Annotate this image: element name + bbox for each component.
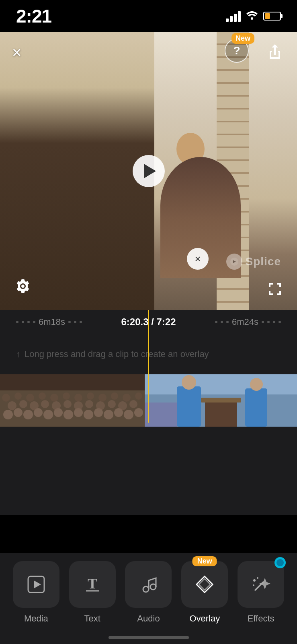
scene-left [0,32,154,310]
svg-point-61 [253,579,256,582]
svg-point-13 [104,410,113,419]
svg-marker-60 [259,578,270,589]
svg-marker-52 [34,580,41,588]
svg-point-20 [41,400,49,408]
effects-dot-badge [274,557,286,568]
timecode-right: 6m24s [232,317,258,327]
svg-point-7 [43,410,53,419]
overlay-hint-text: Long press and drag a clip to create an … [25,349,209,359]
toolbar-tabs: Media T Text Audio [8,561,289,624]
tab-text-icon-wrap: T [69,561,116,608]
svg-point-4 [14,408,23,417]
svg-point-45 [182,375,196,390]
play-button[interactable] [133,155,165,187]
close-clip-button[interactable]: × [187,248,209,270]
home-indicator [109,636,189,639]
bottom-space [0,443,297,515]
new-badge: New [231,33,254,44]
svg-point-56 [150,584,156,590]
audio-icon [138,574,159,595]
status-time: 2:21 [16,5,51,27]
overlay-icon [194,574,215,595]
tab-overlay-icon-wrap: New [181,561,228,608]
svg-rect-50 [145,402,177,427]
tab-effects-label: Effects [248,613,274,624]
timecode-left: 6m18s [39,317,65,327]
settings-button[interactable] [14,278,31,298]
timeline-section: 6m18s 6:20.3 / 7:22 6m24s ↑ Long press a… [0,310,297,515]
svg-point-16 [134,408,143,417]
signal-icon [226,10,241,22]
media-icon [26,574,47,595]
splice-logo-icon [226,254,242,270]
svg-rect-47 [201,398,241,402]
svg-point-55 [143,586,149,592]
battery-icon [263,12,281,21]
svg-point-15 [124,410,133,419]
svg-point-63 [253,584,254,586]
tab-overlay-label: Overlay [189,613,220,624]
svg-rect-43 [145,374,297,394]
tab-audio-label: Audio [137,613,160,624]
svg-point-34 [63,392,70,400]
fullscreen-button[interactable] [267,281,283,299]
status-bar: 2:21 [0,0,297,32]
svg-point-40 [135,392,142,400]
svg-point-3 [3,410,13,419]
svg-point-49 [250,378,263,391]
tab-media[interactable]: Media [8,561,64,624]
svg-point-17 [8,401,16,410]
svg-point-29 [2,394,10,402]
overlay-hint: ↑ Long press and drag a clip to create a… [16,349,209,359]
overlay-hint-arrow: ↑ [16,349,20,359]
svg-point-31 [26,394,34,402]
effects-dot-inner [277,559,284,566]
svg-point-0 [251,17,253,20]
film-frame-2 [145,374,297,427]
tab-effects-icon-wrap [238,561,284,608]
help-button-container: New ? [225,39,249,63]
svg-point-22 [63,400,72,408]
svg-point-21 [52,401,61,410]
svg-point-23 [74,401,83,410]
svg-point-11 [84,410,93,419]
svg-point-19 [30,401,39,410]
tab-text-label: Text [84,613,100,624]
overlay-new-badge: New [193,556,217,566]
tab-audio-icon-wrap [125,561,172,608]
svg-point-37 [98,394,107,402]
svg-point-24 [85,400,93,408]
share-button[interactable] [267,43,283,64]
text-icon: T [82,574,103,595]
video-preview: × New ? × [0,32,297,310]
tab-media-label: Media [24,613,48,624]
svg-point-25 [96,401,105,410]
svg-point-30 [14,392,22,400]
tab-effects[interactable]: Effects [233,561,289,624]
effects-icon [250,574,271,595]
close-button[interactable]: × [12,43,21,62]
bottom-toolbar: Media T Text Audio [0,553,297,644]
film-strip-bottom-bar [0,427,297,443]
close-clip-icon: × [195,253,201,265]
tab-audio[interactable]: Audio [121,561,177,624]
film-frame-1 [0,374,145,427]
splice-watermark: Splice [226,254,281,270]
svg-rect-48 [245,388,267,427]
tab-text[interactable]: T Text [64,561,121,624]
svg-point-39 [123,394,131,402]
svg-point-5 [23,410,33,419]
svg-point-9 [63,410,73,419]
svg-point-26 [108,400,116,408]
svg-point-32 [39,392,46,400]
svg-point-18 [19,400,27,408]
svg-point-62 [257,577,258,579]
svg-rect-46 [205,398,237,427]
status-icons [226,10,281,23]
svg-point-28 [129,400,137,408]
wifi-icon [246,10,258,23]
tab-overlay[interactable]: New Overlay [176,561,233,624]
svg-point-36 [87,392,94,400]
playhead-line [148,310,149,423]
svg-text:T: T [88,576,97,592]
